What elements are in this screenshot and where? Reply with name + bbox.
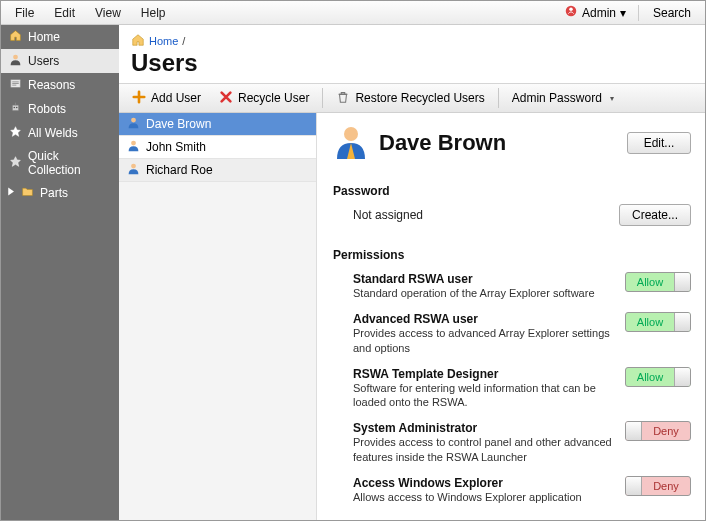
permission-toggle[interactable]: Deny — [625, 476, 691, 496]
recycle-user-button[interactable]: Recycle User — [212, 87, 316, 110]
menu-admin-label: Admin — [582, 6, 616, 20]
plus-icon — [132, 90, 146, 107]
user-icon — [127, 116, 140, 132]
chevron-down-icon: ▾ — [620, 6, 626, 20]
star-icon — [9, 125, 22, 141]
menu-file[interactable]: File — [5, 3, 44, 23]
user-name: Richard Roe — [146, 163, 213, 177]
sidebar-item-quick-collection[interactable]: Quick Collection — [1, 145, 119, 181]
breadcrumb: Home / — [119, 25, 705, 49]
user-name: John Smith — [146, 140, 206, 154]
restore-recycled-button[interactable]: Restore Recycled Users — [329, 87, 491, 110]
toggle-knob — [674, 368, 690, 386]
user-list-item[interactable]: Dave Brown — [119, 113, 316, 136]
toolbar: Add User Recycle User Restore Recycled U… — [119, 83, 705, 113]
user-detail-name: Dave Brown — [379, 130, 617, 156]
permission-toggle[interactable]: Deny — [625, 421, 691, 441]
permission-row: Access Windows Explorer Allows access to… — [333, 472, 691, 512]
permission-desc: Allows access to Windows Explorer applic… — [353, 490, 615, 504]
password-section-title: Password — [333, 184, 691, 198]
permission-row: System Administrator Provides access to … — [333, 417, 691, 472]
permission-row: Advanced RSWA user Provides access to ad… — [333, 308, 691, 363]
permission-title: Standard RSWA user — [353, 272, 615, 286]
breadcrumb-sep: / — [182, 35, 185, 47]
permission-title: RSWA Template Designer — [353, 367, 615, 381]
sidebar-item-label: Quick Collection — [28, 149, 111, 177]
user-icon — [127, 162, 140, 178]
trash-icon — [336, 90, 350, 107]
permission-row: Standard RSWA user Standard operation of… — [333, 268, 691, 308]
breadcrumb-home[interactable]: Home — [149, 35, 178, 47]
permission-toggle[interactable]: Allow — [625, 367, 691, 387]
sidebar-item-home[interactable]: Home — [1, 25, 119, 49]
menu-edit[interactable]: Edit — [44, 3, 85, 23]
permission-title: Advanced RSWA user — [353, 312, 615, 326]
toolbar-label: Restore Recycled Users — [355, 91, 484, 105]
home-icon — [9, 29, 22, 45]
toolbar-separator — [498, 88, 499, 108]
toggle-knob — [674, 273, 690, 291]
main-panel: Home / Users Add User Recycle User Resto… — [119, 25, 705, 520]
user-list: Dave Brown John Smith Richard Roe — [119, 113, 317, 520]
sidebar-item-label: Parts — [40, 186, 68, 200]
add-user-button[interactable]: Add User — [125, 87, 208, 110]
robot-icon — [9, 101, 22, 117]
permission-desc: Software for entering weld information t… — [353, 381, 615, 410]
sidebar-item-label: Home — [28, 30, 60, 44]
sidebar-item-label: Users — [28, 54, 59, 68]
admin-icon — [564, 4, 578, 21]
user-icon — [9, 53, 22, 69]
permission-desc: Provides access to control panel and oth… — [353, 435, 615, 464]
permission-row: RSWA Template Designer Software for ente… — [333, 363, 691, 418]
sidebar-item-users[interactable]: Users — [1, 49, 119, 73]
permissions-section-title: Permissions — [333, 248, 691, 262]
menu-view[interactable]: View — [85, 3, 131, 23]
sidebar-item-reasons[interactable]: Reasons — [1, 73, 119, 97]
x-icon — [219, 90, 233, 107]
page-title: Users — [119, 49, 705, 83]
permission-title: Access Windows Explorer — [353, 476, 615, 490]
edit-user-button[interactable]: Edit... — [627, 132, 691, 154]
sidebar: Home Users Reasons Robots All Welds Quic… — [1, 25, 119, 520]
menu-help[interactable]: Help — [131, 3, 176, 23]
user-list-item[interactable]: John Smith — [119, 136, 316, 159]
menubar-separator — [638, 5, 639, 21]
user-name: Dave Brown — [146, 117, 211, 131]
toolbar-label: Add User — [151, 91, 201, 105]
user-avatar-icon — [333, 123, 369, 162]
create-password-button[interactable]: Create... — [619, 204, 691, 226]
admin-password-button[interactable]: Admin Password ▾ — [505, 88, 621, 108]
toolbar-label: Recycle User — [238, 91, 309, 105]
sidebar-item-label: Robots — [28, 102, 66, 116]
permission-toggle[interactable]: Allow — [625, 272, 691, 292]
expand-icon — [5, 185, 15, 201]
toggle-knob — [674, 313, 690, 331]
user-detail: Dave Brown Edit... Password Not assigned… — [317, 113, 705, 520]
permission-desc: Provides access to advanced Array Explor… — [353, 326, 615, 355]
home-icon — [131, 33, 145, 49]
star-icon — [9, 155, 22, 171]
menu-admin[interactable]: Admin ▾ — [556, 1, 634, 24]
permission-toggle[interactable]: Allow — [625, 312, 691, 332]
password-value: Not assigned — [353, 208, 619, 222]
folder-icon — [21, 185, 34, 201]
sidebar-item-label: All Welds — [28, 126, 78, 140]
user-list-item[interactable]: Richard Roe — [119, 159, 316, 182]
permission-desc: Standard operation of the Array Explorer… — [353, 286, 615, 300]
permission-title: System Administrator — [353, 421, 615, 435]
user-icon — [127, 139, 140, 155]
chevron-down-icon: ▾ — [610, 94, 614, 103]
sidebar-item-parts[interactable]: Parts — [1, 181, 119, 205]
menubar: File Edit View Help Admin ▾ Search — [1, 1, 705, 25]
reasons-icon — [9, 77, 22, 93]
toolbar-separator — [322, 88, 323, 108]
sidebar-item-all-welds[interactable]: All Welds — [1, 121, 119, 145]
toggle-knob — [626, 422, 642, 440]
sidebar-item-robots[interactable]: Robots — [1, 97, 119, 121]
menu-search[interactable]: Search — [643, 3, 701, 23]
toolbar-label: Admin Password — [512, 91, 602, 105]
sidebar-item-label: Reasons — [28, 78, 75, 92]
toggle-knob — [626, 477, 642, 495]
